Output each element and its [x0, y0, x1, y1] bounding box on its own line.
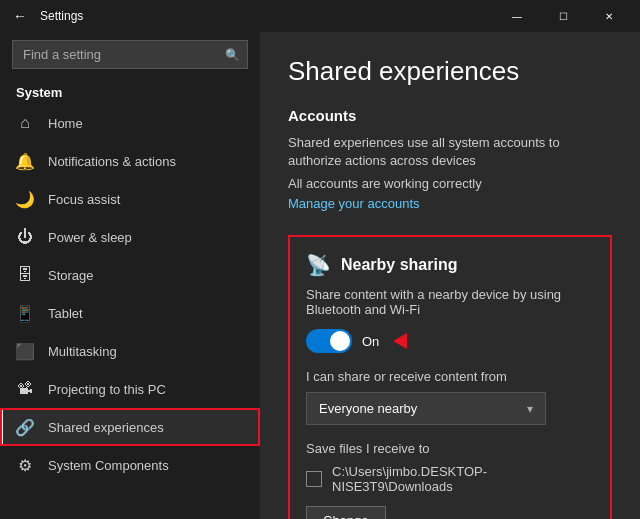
notifications-icon: 🔔	[16, 152, 34, 170]
sidebar-item-shared-experiences[interactable]: 🔗 Shared experiences	[0, 408, 260, 446]
sidebar-item-projecting[interactable]: 📽 Projecting to this PC	[0, 370, 260, 408]
maximize-icon: ☐	[559, 11, 568, 22]
search-icon: 🔍	[225, 48, 240, 62]
back-icon: ←	[13, 8, 27, 24]
accounts-description: Shared experiences use all system accoun…	[288, 134, 612, 170]
back-button[interactable]: ←	[8, 4, 32, 28]
file-checkbox[interactable]	[306, 471, 322, 487]
sidebar-item-label: Storage	[48, 268, 94, 283]
search-box[interactable]: 🔍	[12, 40, 248, 69]
toggle-row: On	[306, 329, 594, 353]
nearby-header: 📡 Nearby sharing	[306, 253, 594, 277]
sidebar-item-label: Focus assist	[48, 192, 120, 207]
sidebar-item-focus-assist[interactable]: 🌙 Focus assist	[0, 180, 260, 218]
toggle-label: On	[362, 334, 379, 349]
file-path: C:\Users\jimbo.DESKTOP-NISE3T9\Downloads	[332, 464, 594, 494]
power-icon: ⏻	[16, 228, 34, 246]
sidebar-item-label: Multitasking	[48, 344, 117, 359]
sidebar-item-label: Shared experiences	[48, 420, 164, 435]
title-bar-left: ← Settings	[8, 4, 83, 28]
sidebar-item-system-components[interactable]: ⚙ System Components	[0, 446, 260, 484]
sidebar-item-label: Power & sleep	[48, 230, 132, 245]
sidebar-item-label: Notifications & actions	[48, 154, 176, 169]
nearby-sharing-toggle[interactable]	[306, 329, 352, 353]
tablet-icon: 📱	[16, 304, 34, 322]
change-button[interactable]: Change	[306, 506, 386, 519]
page-title: Shared experiences	[288, 56, 612, 87]
everyone-nearby-dropdown[interactable]: Everyone nearby ▾	[306, 392, 546, 425]
sidebar-item-label: Projecting to this PC	[48, 382, 166, 397]
arrow-indicator	[393, 333, 407, 349]
share-description: Share content with a nearby device by us…	[306, 287, 594, 317]
minimize-button[interactable]: —	[494, 0, 540, 32]
title-bar: ← Settings — ☐ ✕	[0, 0, 640, 32]
sidebar-item-power-sleep[interactable]: ⏻ Power & sleep	[0, 218, 260, 256]
moon-icon: 🌙	[16, 190, 34, 208]
minimize-icon: —	[512, 11, 522, 22]
close-icon: ✕	[605, 11, 613, 22]
save-files-label: Save files I receive to	[306, 441, 594, 456]
file-row: C:\Users\jimbo.DESKTOP-NISE3T9\Downloads	[306, 464, 594, 494]
projecting-icon: 📽	[16, 380, 34, 398]
sidebar-item-notifications[interactable]: 🔔 Notifications & actions	[0, 142, 260, 180]
nearby-sharing-box: 📡 Nearby sharing Share content with a ne…	[288, 235, 612, 519]
accounts-section-title: Accounts	[288, 107, 612, 124]
home-icon: ⌂	[16, 114, 34, 132]
sidebar: 🔍 System ⌂ Home 🔔 Notifications & action…	[0, 32, 260, 519]
sidebar-item-label: System Components	[48, 458, 169, 473]
sidebar-item-storage[interactable]: 🗄 Storage	[0, 256, 260, 294]
can-share-label: I can share or receive content from	[306, 369, 594, 384]
dropdown-value: Everyone nearby	[319, 401, 417, 416]
search-input[interactable]	[12, 40, 248, 69]
main-container: 🔍 System ⌂ Home 🔔 Notifications & action…	[0, 32, 640, 519]
maximize-button[interactable]: ☐	[540, 0, 586, 32]
manage-accounts-link[interactable]: Manage your accounts	[288, 196, 420, 211]
shared-icon: 🔗	[16, 418, 34, 436]
sidebar-item-multitasking[interactable]: ⬛ Multitasking	[0, 332, 260, 370]
content-area: Shared experiences Accounts Shared exper…	[260, 32, 640, 519]
window-controls: — ☐ ✕	[494, 0, 632, 32]
sidebar-item-label: Tablet	[48, 306, 83, 321]
storage-icon: 🗄	[16, 266, 34, 284]
toggle-knob	[330, 331, 350, 351]
chevron-down-icon: ▾	[527, 402, 533, 416]
nearby-sharing-icon: 📡	[306, 253, 331, 277]
multitasking-icon: ⬛	[16, 342, 34, 360]
sidebar-item-tablet[interactable]: 📱 Tablet	[0, 294, 260, 332]
close-button[interactable]: ✕	[586, 0, 632, 32]
components-icon: ⚙	[16, 456, 34, 474]
sidebar-item-label: Home	[48, 116, 83, 131]
system-label: System	[0, 77, 260, 104]
nearby-title: Nearby sharing	[341, 256, 457, 274]
sidebar-item-home[interactable]: ⌂ Home	[0, 104, 260, 142]
accounts-status: All accounts are working correctly	[288, 176, 612, 191]
window-title: Settings	[40, 9, 83, 23]
